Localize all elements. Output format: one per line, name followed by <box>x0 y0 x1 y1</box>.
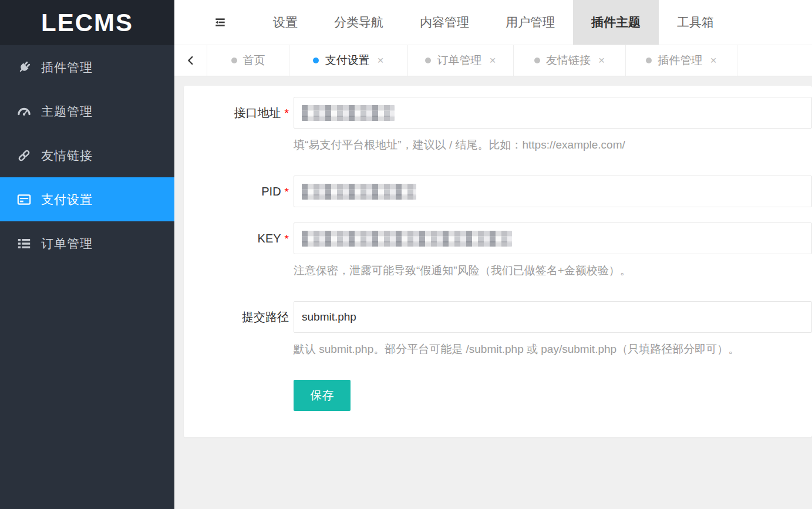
form-item-api-url: 接口地址* <box>184 97 812 129</box>
tab-scroll-left-button[interactable] <box>174 45 207 76</box>
nav-item-user-mgmt[interactable]: 用户管理 <box>487 0 573 45</box>
content-area: 接口地址* 填“易支付平台根地址”，建议以 / 结尾。比如：https://ex… <box>174 76 812 509</box>
tab-close-icon[interactable]: × <box>598 54 605 67</box>
nav-item-category-nav[interactable]: 分类导航 <box>316 0 402 45</box>
list-icon <box>16 236 32 251</box>
sidebar-item-label: 支付设置 <box>41 191 93 208</box>
save-button[interactable]: 保存 <box>294 380 351 411</box>
key-input[interactable] <box>294 223 812 254</box>
main-column: 设置 分类导航 内容管理 用户管理 插件主题 工具箱 首页 支付设置 × 订单管… <box>174 0 812 509</box>
logo: LECMS <box>0 0 174 45</box>
top-navbar: 设置 分类导航 内容管理 用户管理 插件主题 工具箱 <box>174 0 812 45</box>
required-mark: * <box>285 107 289 119</box>
payment-settings-form-card: 接口地址* 填“易支付平台根地址”，建议以 / 结尾。比如：https://ex… <box>184 86 812 437</box>
sidebar-item-label: 友情链接 <box>41 147 93 164</box>
field-help-text: 填“易支付平台根地址”，建议以 / 结尾。比如：https://example.… <box>294 137 812 153</box>
field-help-text: 注意保密，泄露可能导致“假通知”风险（我们已做签名+金额校验）。 <box>294 263 812 278</box>
credit-card-icon <box>16 192 32 207</box>
field-label: KEY* <box>184 232 289 245</box>
form-item-pid: PID* <box>184 176 812 207</box>
tab-status-dot <box>534 58 540 63</box>
tab-status-dot <box>646 58 652 63</box>
nav-item-toolbox[interactable]: 工具箱 <box>659 0 732 45</box>
api-url-input[interactable] <box>294 97 812 129</box>
sidebar-item-label: 主题管理 <box>41 103 93 120</box>
pid-input[interactable] <box>294 176 812 207</box>
tab-bar: 首页 支付设置 × 订单管理 × 友情链接 × 插件管理 × <box>174 45 812 76</box>
collapse-menu-icon[interactable] <box>214 0 227 45</box>
nav-item-label: 内容管理 <box>420 14 469 31</box>
tab-label: 插件管理 <box>658 53 702 68</box>
nav-item-label: 插件主题 <box>591 14 641 31</box>
dashboard-icon <box>16 104 32 119</box>
form-item-key: KEY* <box>184 223 812 254</box>
submit-path-input[interactable] <box>294 301 812 333</box>
form-item-submit-path: 提交路径 <box>184 301 812 333</box>
sidebar-item-payment-settings[interactable]: 支付设置 <box>0 177 174 221</box>
tab-close-icon[interactable]: × <box>489 54 496 67</box>
tab-status-dot <box>425 58 431 63</box>
tab-status-dot <box>231 58 237 63</box>
nav-item-label: 用户管理 <box>506 14 555 31</box>
link-icon <box>16 148 32 163</box>
nav-item-label: 工具箱 <box>677 14 714 31</box>
tab-close-icon[interactable]: × <box>710 54 716 67</box>
chevron-left-icon <box>184 54 197 67</box>
sidebar-item-themes[interactable]: 主题管理 <box>0 89 174 133</box>
nav-item-plugin-theme[interactable]: 插件主题 <box>573 0 659 45</box>
required-mark: * <box>285 186 289 198</box>
tab-links[interactable]: 友情链接 × <box>514 45 626 76</box>
sidebar-menu: 插件管理 主题管理 友情链接 支付设置 订单管理 <box>0 45 174 265</box>
field-label: PID* <box>184 185 289 198</box>
nav-item-label: 分类导航 <box>334 14 383 31</box>
censored-value <box>302 184 416 200</box>
nav-item-settings[interactable]: 设置 <box>255 0 316 45</box>
tab-plugins[interactable]: 插件管理 × <box>626 45 737 76</box>
sidebar-item-label: 插件管理 <box>41 59 93 76</box>
logo-text: LECMS <box>41 11 133 35</box>
tab-label: 支付设置 <box>325 53 369 68</box>
sidebar-item-links[interactable]: 友情链接 <box>0 133 174 177</box>
nav-item-label: 设置 <box>273 14 298 31</box>
tab-home[interactable]: 首页 <box>207 45 289 76</box>
tab-label: 友情链接 <box>546 53 591 68</box>
tab-label: 订单管理 <box>437 53 481 68</box>
field-help-text: 默认 submit.php。部分平台可能是 /submit.php 或 pay/… <box>294 342 812 357</box>
sidebar-item-orders[interactable]: 订单管理 <box>0 221 174 265</box>
tab-payment-settings[interactable]: 支付设置 × <box>289 45 408 76</box>
tab-orders[interactable]: 订单管理 × <box>408 45 514 76</box>
censored-value <box>302 231 512 247</box>
field-label: 提交路径 <box>184 309 289 325</box>
sidebar-item-plugins[interactable]: 插件管理 <box>0 45 174 89</box>
tab-close-icon[interactable]: × <box>377 54 383 67</box>
sidebar-item-label: 订单管理 <box>41 235 93 252</box>
tab-label: 首页 <box>243 53 265 68</box>
nav-item-content-mgmt[interactable]: 内容管理 <box>402 0 487 45</box>
sidebar: LECMS 插件管理 主题管理 友情链接 支付设置 <box>0 0 174 509</box>
field-label: 接口地址* <box>184 105 289 121</box>
censored-value <box>302 105 395 121</box>
required-mark: * <box>285 232 289 245</box>
plug-icon <box>16 60 32 75</box>
tab-status-dot <box>313 58 319 63</box>
